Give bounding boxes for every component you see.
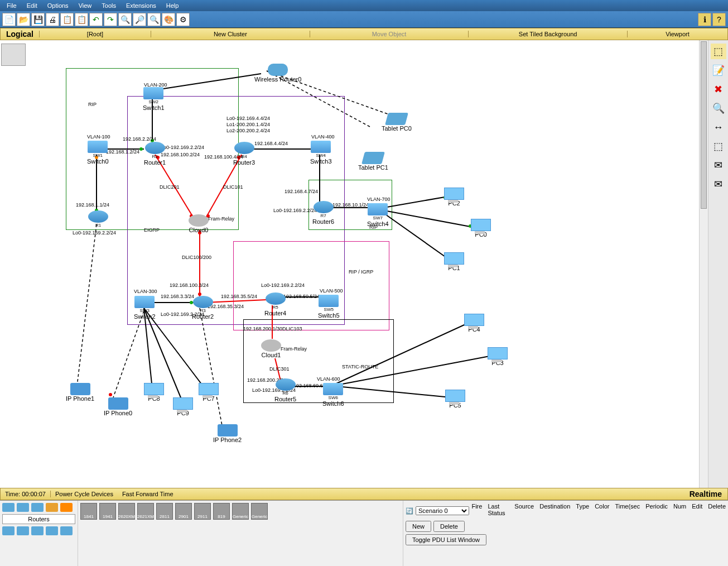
router5[interactable]: R6Router5 — [274, 378, 296, 402]
ipphone0[interactable]: IP Phone0 — [104, 397, 132, 416]
menu-edit[interactable]: Edit — [22, 1, 42, 10]
router6[interactable]: R7Router6 — [312, 201, 334, 225]
switch2[interactable]: SW3Switch2 — [134, 296, 156, 320]
pc5[interactable]: PC5 — [445, 390, 465, 409]
newcluster-button[interactable]: New Cluster — [151, 31, 310, 37]
cat-wan-icon[interactable] — [17, 526, 29, 535]
model-generic2[interactable]: Generic — [251, 503, 268, 520]
pdu-complex-icon[interactable]: ✉ — [711, 176, 726, 192]
router0[interactable]: R1 — [88, 210, 108, 228]
switch5[interactable]: SW5Switch5 — [318, 295, 340, 319]
switch4[interactable]: SW7Switch4 — [367, 203, 389, 227]
undo-icon[interactable]: ↶ — [89, 13, 103, 26]
cat-connection-icon[interactable] — [60, 503, 73, 512]
palette-icon[interactable]: 🎨 — [162, 13, 175, 26]
pc7[interactable]: PC7 — [199, 383, 219, 402]
info-icon[interactable]: ℹ — [698, 13, 711, 26]
switch1[interactable]: SW2Switch1 — [143, 87, 165, 111]
cat-cloud-icon[interactable] — [60, 526, 73, 535]
model-2811[interactable]: 2811 — [156, 503, 173, 520]
zoomin-icon[interactable]: 🔍 — [118, 13, 132, 26]
workspace[interactable]: RIP EIGRP RIP RIP / IGRP STATIC-ROUTE Fr… — [0, 40, 728, 488]
redo-icon[interactable]: ↷ — [104, 13, 117, 26]
vertical-scrollbar[interactable] — [699, 40, 708, 488]
paste-icon[interactable]: 📋 — [75, 13, 88, 26]
cat-switch-icon[interactable] — [17, 503, 29, 512]
resize-icon[interactable]: ↔ — [711, 119, 726, 135]
wireless-router0[interactable]: Wireless Router0 — [254, 64, 301, 83]
viewport-button[interactable]: Viewport — [627, 31, 727, 37]
select-icon[interactable]: ⬚ — [711, 44, 726, 59]
moveobject-button[interactable]: Move Object — [310, 31, 469, 37]
realtime-tab[interactable]: Realtime — [684, 490, 727, 498]
menu-extensions[interactable]: Extensions — [122, 1, 161, 10]
pc9[interactable]: PC9 — [173, 397, 193, 416]
zoomreset-icon[interactable]: 🔎 — [133, 13, 146, 26]
cloud0[interactable]: Cloud0 — [189, 214, 209, 233]
switch6[interactable]: SW6Switch6 — [322, 383, 344, 407]
pc8[interactable]: PC8 — [144, 383, 164, 402]
help-icon[interactable]: ? — [712, 13, 726, 26]
cloud1[interactable]: Cloud1 — [261, 339, 281, 358]
pc1[interactable]: PC1 — [444, 252, 464, 271]
new-icon[interactable]: 📄 — [2, 13, 16, 26]
cat-end-icon[interactable] — [2, 526, 15, 535]
tiledbg-button[interactable]: Set Tiled Background — [468, 31, 627, 37]
fast-forward-button[interactable]: Fast Forward Time — [118, 491, 178, 497]
ipphone1[interactable]: IP Phone1 — [66, 383, 94, 402]
root-button[interactable]: [Root] — [39, 31, 151, 37]
cat-hub-icon[interactable] — [31, 503, 44, 512]
router3[interactable]: R4Router3 — [233, 142, 255, 166]
save-icon[interactable]: 💾 — [31, 13, 45, 26]
tablet-pc0[interactable]: Tablet PC0 — [382, 113, 412, 132]
menu-view[interactable]: View — [74, 1, 97, 10]
model-2911[interactable]: 2911 — [194, 503, 211, 520]
model-2901[interactable]: 2901 — [175, 503, 192, 520]
logical-tab[interactable]: Logical — [1, 30, 39, 39]
model-2621xm[interactable]: 2621XM — [137, 503, 154, 520]
print-icon[interactable]: 🖨 — [46, 13, 59, 26]
pdu-simple-icon[interactable]: ✉ — [711, 157, 726, 173]
model-2620xm[interactable]: 2620XM — [118, 503, 135, 520]
inspect-icon[interactable]: 🔍 — [711, 100, 726, 116]
tablet-pc1[interactable]: Tablet PC1 — [358, 152, 388, 171]
shape-icon[interactable]: ⬚ — [711, 138, 726, 154]
pc3[interactable]: PC3 — [488, 347, 508, 366]
model-819[interactable]: 819 — [213, 503, 230, 520]
model-generic1[interactable]: Generic — [232, 503, 249, 520]
toggle-pdu-button[interactable]: Toggle PDU List Window — [406, 534, 486, 545]
delete-icon[interactable]: ✖ — [711, 81, 726, 97]
cat-custom-icon[interactable] — [31, 526, 44, 535]
nav-thumbnail[interactable] — [1, 44, 26, 66]
router2[interactable]: R3Router2 — [192, 296, 214, 320]
router1[interactable]: R2Router1 — [144, 142, 166, 166]
cat-router-icon[interactable] — [2, 503, 15, 512]
canvas[interactable]: RIP EIGRP RIP RIP / IGRP STATIC-ROUTE Fr… — [27, 40, 708, 488]
menu-help[interactable]: Help — [162, 1, 184, 10]
custom-icon[interactable]: ⚙ — [176, 13, 190, 26]
scenario-select[interactable]: Scenario 0 — [416, 506, 469, 515]
note-icon[interactable]: 📝 — [711, 63, 726, 78]
label-static: STATIC-ROUTE — [342, 364, 378, 370]
switch3[interactable]: SW4Switch3 — [310, 141, 332, 165]
scenario-delete-button[interactable]: Delete — [433, 521, 465, 532]
scenario-new-button[interactable]: New — [406, 521, 431, 532]
copy-icon[interactable]: 📋 — [60, 13, 74, 26]
menu-file[interactable]: File — [2, 1, 21, 10]
model-1841[interactable]: 1841 — [80, 503, 97, 520]
switch0[interactable]: SW1Switch0 — [87, 141, 109, 165]
router4[interactable]: R5Router4 — [264, 292, 286, 316]
pc4[interactable]: PC4 — [464, 314, 484, 333]
pc0[interactable]: PC0 — [471, 219, 491, 238]
ipphone2[interactable]: IP Phone2 — [213, 424, 242, 443]
model-1941[interactable]: 1941 — [99, 503, 116, 520]
cat-wireless-icon[interactable] — [46, 503, 58, 512]
power-cycle-button[interactable]: Power Cycle Devices — [51, 491, 118, 497]
menu-tools[interactable]: Tools — [97, 1, 120, 10]
pc2[interactable]: PC2 — [444, 188, 464, 207]
menubar[interactable]: File Edit Options View Tools Extensions … — [0, 0, 728, 11]
cat-multi-icon[interactable] — [46, 526, 58, 535]
open-icon[interactable]: 📂 — [17, 13, 30, 26]
menu-options[interactable]: Options — [43, 1, 73, 10]
zoomout-icon[interactable]: 🔍 — [147, 13, 161, 26]
